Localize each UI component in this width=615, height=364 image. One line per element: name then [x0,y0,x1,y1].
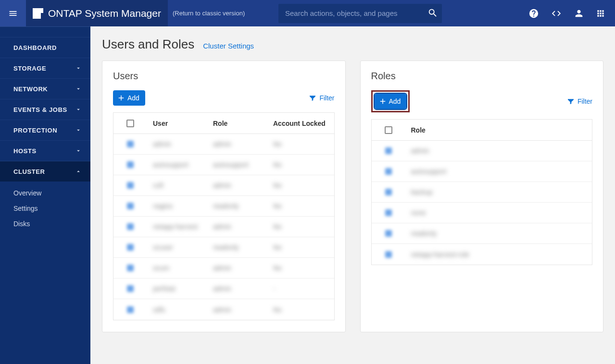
user-icon [574,8,584,19]
sidebar-item-label: EVENTS & JOBS [13,106,67,113]
table-row[interactable]: adminadminNo [113,134,334,155]
role-cell: admin [207,182,267,189]
filter-icon [567,97,575,105]
select-all-users-checkbox[interactable] [126,120,134,127]
sidebar-item-label: CLUSTER [13,168,45,175]
sidebar-item-hosts[interactable]: HOSTS [0,140,90,161]
add-button-label: Add [389,97,401,105]
expand-row-icon[interactable] [372,147,405,154]
locked-cell: No [267,161,334,169]
user-cell: perfstat [147,285,207,292]
plus-icon [117,94,126,102]
table-row[interactable]: backup [372,182,592,203]
sidebar-item-dashboard[interactable]: DASHBOARD [0,37,90,58]
search-button[interactable] [427,8,438,18]
table-row[interactable]: csftadminNo [113,175,334,196]
sidebar-sub-disks[interactable]: Disks [0,216,90,231]
col-account-locked[interactable]: Account Locked [267,120,334,127]
col-user[interactable]: User [147,120,207,127]
search-wrap [278,4,442,23]
sidebar-item-cluster[interactable]: CLUSTER [0,161,90,182]
expand-row-icon[interactable] [113,265,147,271]
sidebar-item-storage[interactable]: STORAGE [0,58,90,78]
sidebar-item-label: DASHBOARD [13,44,57,51]
table-row[interactable]: nagiosreadonlyNo [113,196,334,217]
breadcrumb-cluster-settings[interactable]: Cluster Settings [203,42,254,50]
select-all-roles-checkbox[interactable] [385,126,392,134]
user-cell: netapp-harvest [147,223,207,231]
role-cell: admin [405,147,592,155]
expand-row-icon[interactable] [113,182,147,189]
role-cell: admin [207,306,267,314]
sidebar-item-network[interactable]: NETWORK [0,78,90,99]
help-icon [528,8,539,19]
sidebar-item-events-jobs[interactable]: EVENTS & JOBS [0,99,90,120]
api-button[interactable] [551,8,562,19]
search-icon [427,8,438,18]
table-row[interactable]: readonly [372,223,592,244]
expand-row-icon[interactable] [113,161,147,168]
page-header: Users and Roles Cluster Settings [102,37,603,52]
chevron-down-icon [75,127,82,133]
chevron-down-icon [75,106,82,113]
sidebar-sub-settings[interactable]: Settings [0,201,90,216]
table-row[interactable]: netapp-harvest-role [372,244,592,265]
table-row[interactable]: ocuserreadonlyNo [113,237,334,258]
apps-grid-icon [596,9,605,18]
role-cell: netapp-harvest-role [405,251,592,258]
add-user-button[interactable]: Add [113,90,145,106]
user-cell: ocum [147,264,207,272]
expand-row-icon[interactable] [372,209,405,216]
sidebar-item-protection[interactable]: PROTECTION [0,120,90,140]
role-cell: admin [207,264,267,272]
table-row[interactable]: perfstatadmin- [113,279,334,299]
col-role[interactable]: Role [207,120,267,127]
col-role[interactable]: Role [405,126,592,134]
table-row[interactable]: sdfsadminNo [113,299,334,320]
filter-roles-button[interactable]: Filter [567,97,592,105]
expand-row-icon[interactable] [113,223,147,230]
role-cell: readonly [405,230,592,237]
expand-row-icon[interactable] [113,306,147,313]
table-row[interactable]: admin [372,141,592,161]
expand-row-icon[interactable] [113,141,147,147]
role-cell: admin [207,223,267,231]
menu-toggle[interactable] [0,0,26,26]
apps-button[interactable] [596,9,605,18]
table-row[interactable]: none [372,203,592,223]
sidebar-item-label: HOSTS [13,147,37,155]
locked-cell: No [267,223,334,231]
sidebar-item-label: NETWORK [13,85,48,93]
expand-row-icon[interactable] [372,168,405,175]
expand-row-icon[interactable] [113,203,147,209]
search-input[interactable] [278,4,442,23]
user-cell: csft [147,182,207,189]
locked-cell: No [267,264,334,272]
help-button[interactable] [528,8,539,19]
top-header: ONTAP System Manager (Return to classic … [0,0,615,26]
table-row[interactable]: ocumadminNo [113,258,334,279]
user-cell: ocuser [147,243,207,251]
expand-row-icon[interactable] [113,244,147,251]
user-button[interactable] [574,8,584,19]
expand-row-icon[interactable] [372,230,405,237]
expand-row-icon[interactable] [113,285,147,292]
table-row[interactable]: autosupport [372,161,592,182]
add-role-button[interactable]: Add [375,94,407,109]
classic-version-link[interactable]: (Return to classic version) [173,10,245,17]
cluster-submenu: Overview Settings Disks [0,182,90,237]
filter-button-label: Filter [577,97,592,105]
chevron-down-icon [75,65,82,72]
filter-button-label: Filter [319,94,334,102]
expand-row-icon[interactable] [372,189,405,195]
expand-row-icon[interactable] [372,251,405,258]
table-row[interactable]: netapp-harvestadminNo [113,217,334,237]
role-cell: admin [207,140,267,148]
sidebar-item-label: PROTECTION [13,127,57,134]
chevron-up-icon [75,168,82,175]
sidebar-sub-overview[interactable]: Overview [0,185,90,201]
table-row[interactable]: autosupportautosupportNo [113,155,334,175]
users-grid: User Role Account Locked adminadminNoaut… [113,112,335,320]
filter-users-button[interactable]: Filter [309,94,334,102]
role-cell: autosupport [405,168,592,175]
